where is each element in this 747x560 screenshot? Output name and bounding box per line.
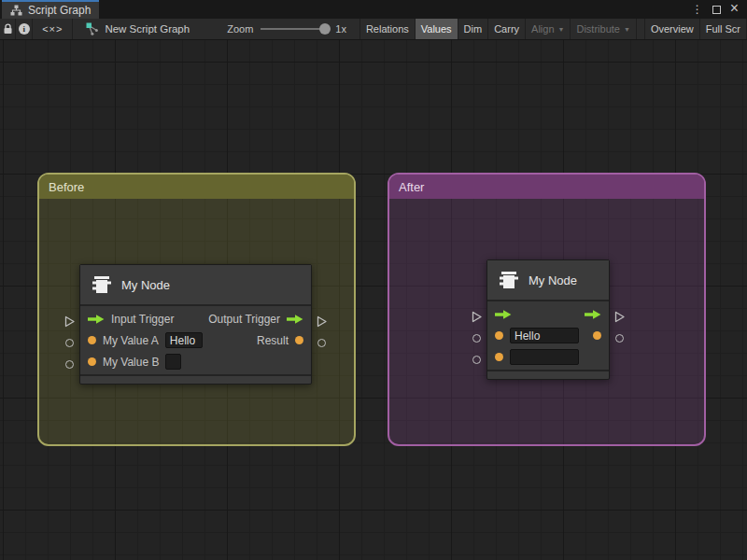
maximize-icon[interactable] [712, 6, 721, 14]
port-row-value-b [487, 346, 609, 368]
relations-button[interactable]: Relations [360, 19, 416, 39]
info-button[interactable]: i [16, 19, 33, 39]
port-label: My Value B [103, 356, 159, 369]
flow-out-icon[interactable] [287, 314, 303, 325]
graph-hierarchy-icon [10, 5, 22, 16]
node-footer [80, 374, 311, 384]
unit-node-icon [499, 271, 519, 289]
external-value-port[interactable] [472, 334, 481, 343]
flow-in-icon[interactable] [495, 309, 512, 320]
toolbar-spacer [637, 19, 645, 39]
port-row-value-b: My Value B [80, 351, 311, 372]
value-port-icon[interactable] [495, 353, 503, 361]
dim-button[interactable]: Dim [458, 19, 489, 39]
external-flow-out-port[interactable] [613, 311, 626, 323]
port-label: Result [257, 334, 289, 347]
values-button[interactable]: Values [416, 19, 458, 39]
value-a-input[interactable] [510, 328, 579, 343]
flow-out-icon[interactable] [585, 309, 601, 320]
node-ports [487, 301, 609, 370]
window-controls: ⋮ × [684, 0, 747, 19]
external-flow-in-port[interactable] [63, 315, 76, 328]
port-label: Output Trigger [208, 313, 280, 326]
node-header[interactable]: My Node [80, 265, 311, 306]
zoom-control: Zoom 1x [219, 19, 354, 39]
flow-in-icon[interactable] [88, 314, 105, 325]
node-my-node-before[interactable]: My Node Input Trigger Output Trigger [79, 264, 312, 385]
graph-toolbar: i <×> New Script Graph Zoom 1x Relations [0, 19, 747, 40]
node-header[interactable]: My Node [487, 260, 609, 301]
graph-canvas[interactable]: Before After My Node [0, 40, 747, 560]
toolbar-toggles: Relations Values Dim Carry Align ▼ Distr… [359, 19, 747, 39]
tab-title: Script Graph [28, 4, 91, 17]
value-port-icon[interactable] [88, 357, 96, 366]
zoom-label: Zoom [227, 23, 253, 35]
external-value-port[interactable] [317, 339, 326, 347]
port-label: My Value A [103, 334, 159, 347]
chevron-down-icon: ▼ [624, 26, 630, 33]
port-label: Input Trigger [111, 313, 174, 326]
external-value-port[interactable] [65, 360, 74, 369]
value-a-input[interactable] [165, 332, 203, 348]
port-row-trigger: Input Trigger Output Trigger [80, 308, 311, 329]
unit-node-icon [92, 275, 112, 294]
code-preview-button[interactable]: <×> [33, 19, 73, 39]
node-ports: Input Trigger Output Trigger My Value A … [80, 306, 311, 374]
node-my-node-after[interactable]: My Node [486, 259, 610, 380]
script-graph-asset-icon [86, 22, 99, 35]
zoom-slider-handle[interactable] [319, 23, 331, 35]
tab-script-graph[interactable]: Script Graph [2, 0, 99, 19]
code-toggle-icon: <×> [42, 23, 63, 35]
align-dropdown[interactable]: Align ▼ [526, 19, 571, 39]
fullscreen-button[interactable]: Full Scr [700, 19, 747, 39]
node-footer [487, 370, 609, 379]
close-icon[interactable]: × [730, 1, 739, 16]
group-title: After [399, 180, 424, 194]
graph-title-area: New Script Graph [73, 19, 199, 39]
value-b-input[interactable] [510, 349, 579, 365]
value-port-icon[interactable] [88, 336, 96, 344]
window-menu-icon[interactable]: ⋮ [692, 4, 703, 15]
tab-bar: Script Graph ⋮ × [0, 0, 747, 19]
port-row-trigger [487, 303, 609, 325]
external-value-port[interactable] [472, 356, 481, 364]
port-row-value-a: My Value A Result [80, 329, 311, 351]
external-flow-in-port[interactable] [471, 311, 483, 323]
zoom-value: 1x [335, 23, 346, 35]
zoom-slider[interactable] [261, 28, 328, 30]
info-icon: i [19, 23, 30, 35]
overview-button[interactable]: Overview [645, 19, 700, 39]
port-row-value-a [487, 325, 609, 346]
value-port-icon[interactable] [495, 331, 503, 340]
lock-icon [3, 23, 13, 35]
script-graph-window: Script Graph ⋮ × i <×> [0, 0, 747, 560]
value-b-input[interactable] [165, 354, 181, 370]
lock-button[interactable] [0, 19, 16, 39]
carry-button[interactable]: Carry [488, 19, 526, 39]
node-title: My Node [121, 278, 170, 292]
external-value-port[interactable] [65, 339, 74, 347]
chevron-down-icon: ▼ [558, 26, 565, 33]
external-value-port[interactable] [615, 334, 624, 343]
node-title: My Node [529, 273, 577, 287]
external-flow-out-port[interactable] [316, 315, 328, 328]
distribute-dropdown[interactable]: Distribute ▼ [571, 19, 636, 39]
value-port-icon[interactable] [593, 331, 601, 340]
group-title: Before [49, 180, 84, 194]
group-before-header[interactable]: Before [39, 175, 354, 199]
graph-title: New Script Graph [105, 23, 190, 35]
group-after-header[interactable]: After [389, 175, 704, 199]
value-port-icon[interactable] [295, 336, 303, 344]
